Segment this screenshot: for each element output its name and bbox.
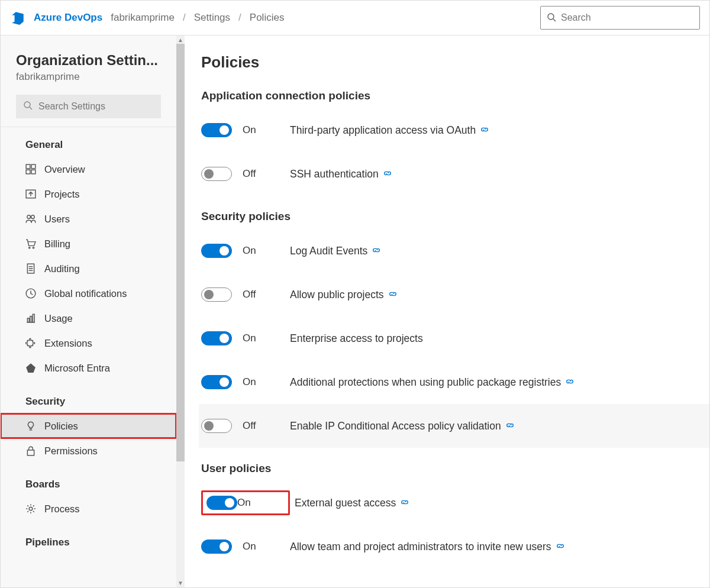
policy-label: Enable IP Conditional Access policy vali… bbox=[290, 420, 514, 432]
sidebar-item-microsoft-entra[interactable]: Microsoft Entra bbox=[1, 356, 176, 380]
svg-point-23 bbox=[29, 507, 33, 511]
svg-point-12 bbox=[33, 247, 34, 248]
policy-label: Enterprise access to projects bbox=[290, 332, 423, 345]
link-icon[interactable] bbox=[389, 289, 397, 301]
sidebar: Organization Settin... fabrikamprime Gen… bbox=[1, 35, 185, 587]
policy-toggle[interactable] bbox=[201, 167, 232, 181]
nav-header-pipelines: Pipelines bbox=[1, 537, 176, 554]
link-icon[interactable] bbox=[480, 124, 489, 137]
nav-header-boards: Boards bbox=[1, 479, 176, 496]
sidebar-item-billing[interactable]: Billing bbox=[1, 231, 176, 256]
sidebar-item-label: Users bbox=[44, 214, 70, 225]
settings-search-input[interactable] bbox=[38, 101, 154, 112]
policy-row: OffEnable IP Conditional Access policy v… bbox=[199, 404, 709, 448]
policy-row: OnExternal guest access bbox=[201, 481, 709, 525]
global-search[interactable] bbox=[540, 6, 700, 30]
sidebar-item-label: Overview bbox=[44, 164, 85, 175]
settings-search[interactable] bbox=[16, 95, 161, 118]
lock-icon bbox=[25, 445, 36, 456]
sidebar-item-label: Auditing bbox=[44, 263, 80, 274]
link-icon[interactable] bbox=[372, 245, 380, 257]
link-icon[interactable] bbox=[566, 376, 574, 389]
policy-label: Allow team and project administrators to… bbox=[290, 541, 564, 553]
grid-icon bbox=[25, 164, 36, 175]
policy-label: Log Audit Events bbox=[290, 245, 380, 257]
svg-point-11 bbox=[29, 247, 30, 248]
policy-toggle[interactable] bbox=[201, 331, 232, 345]
chart-icon bbox=[25, 313, 36, 324]
policy-row: OffAllow public projects bbox=[201, 273, 709, 316]
scrollbar-thumb[interactable] bbox=[176, 44, 185, 461]
sidebar-item-process[interactable]: Process bbox=[1, 496, 176, 521]
sidebar-item-permissions[interactable]: Permissions bbox=[1, 438, 176, 463]
sidebar-org: fabrikamprime bbox=[1, 69, 176, 92]
breadcrumb-settings[interactable]: Settings bbox=[194, 12, 230, 24]
sidebar-item-users[interactable]: Users bbox=[1, 206, 176, 231]
sidebar-item-label: Billing bbox=[44, 238, 70, 250]
policy-toggle[interactable] bbox=[201, 539, 232, 554]
sidebar-item-label: Microsoft Entra bbox=[44, 363, 110, 374]
topbar: Azure DevOps fabrikamprime / Settings / … bbox=[1, 1, 709, 35]
policy-group-title: Security policies bbox=[201, 210, 709, 223]
breadcrumb: Azure DevOps fabrikamprime / Settings / … bbox=[34, 12, 284, 24]
policy-state: On bbox=[243, 245, 290, 257]
svg-point-2 bbox=[24, 102, 30, 108]
policy-label: SSH authentication bbox=[290, 168, 392, 180]
link-icon[interactable] bbox=[401, 497, 409, 509]
link-icon[interactable] bbox=[556, 541, 564, 553]
scroll-down-icon[interactable]: ▼ bbox=[176, 579, 185, 587]
svg-rect-22 bbox=[27, 450, 34, 455]
policy-toggle[interactable] bbox=[206, 496, 237, 510]
sidebar-item-label: Global notifications bbox=[44, 288, 127, 299]
breadcrumb-org[interactable]: fabrikamprime bbox=[111, 12, 175, 24]
link-icon[interactable] bbox=[506, 420, 514, 432]
sidebar-item-overview[interactable]: Overview bbox=[1, 157, 176, 182]
policy-row: OnEnterprise access to projects bbox=[201, 316, 709, 360]
sidebar-item-label: Process bbox=[44, 503, 80, 515]
policy-toggle[interactable] bbox=[201, 287, 232, 302]
sidebar-item-policies[interactable]: Policies bbox=[1, 413, 176, 438]
svg-rect-4 bbox=[26, 164, 30, 169]
policy-group-title: User policies bbox=[201, 462, 709, 475]
sidebar-item-projects[interactable]: Projects bbox=[1, 182, 176, 206]
svg-rect-6 bbox=[26, 170, 30, 174]
nav-header-general: General bbox=[1, 139, 176, 157]
global-search-input[interactable] bbox=[561, 12, 693, 23]
upload-icon bbox=[25, 189, 36, 199]
svg-rect-7 bbox=[31, 170, 36, 174]
policy-label: Third-party application access via OAuth bbox=[290, 124, 489, 137]
sidebar-item-usage[interactable]: Usage bbox=[1, 306, 176, 331]
scroll-up-icon[interactable]: ▲ bbox=[176, 35, 185, 44]
svg-line-1 bbox=[553, 19, 556, 21]
sidebar-item-label: Projects bbox=[44, 189, 80, 200]
policy-state: On bbox=[243, 332, 290, 344]
policy-toggle[interactable] bbox=[201, 123, 232, 137]
nav-header-security: Security bbox=[1, 396, 176, 413]
policy-toggle[interactable] bbox=[201, 419, 232, 433]
sidebar-item-label: Usage bbox=[44, 313, 73, 324]
svg-rect-21 bbox=[33, 314, 34, 322]
main-content: Policies Application connection policies… bbox=[185, 35, 709, 587]
svg-point-0 bbox=[548, 14, 554, 20]
policy-state: Off bbox=[243, 168, 290, 180]
sidebar-item-auditing[interactable]: Auditing bbox=[1, 256, 176, 281]
svg-point-10 bbox=[31, 215, 35, 219]
azure-devops-logo-icon[interactable] bbox=[10, 10, 25, 25]
breadcrumb-policies[interactable]: Policies bbox=[250, 12, 285, 24]
policy-row: OnLog Audit Events bbox=[201, 229, 709, 273]
svg-rect-19 bbox=[27, 318, 29, 322]
sidebar-item-extensions[interactable]: Extensions bbox=[1, 331, 176, 356]
sidebar-scrollbar[interactable]: ▲ ▼ bbox=[176, 35, 185, 587]
policy-toggle[interactable] bbox=[201, 375, 232, 389]
cart-icon bbox=[25, 238, 36, 249]
policy-toggle[interactable] bbox=[201, 244, 232, 258]
link-icon[interactable] bbox=[383, 168, 392, 180]
sidebar-item-global-notifications[interactable]: Global notifications bbox=[1, 281, 176, 306]
bulb-icon bbox=[25, 421, 36, 431]
doc-icon bbox=[25, 263, 36, 274]
product-name[interactable]: Azure DevOps bbox=[34, 12, 102, 24]
highlighted-toggle: On bbox=[201, 490, 290, 515]
sidebar-item-label: Policies bbox=[44, 421, 78, 432]
policy-state: Off bbox=[243, 289, 290, 301]
search-icon bbox=[547, 12, 556, 24]
